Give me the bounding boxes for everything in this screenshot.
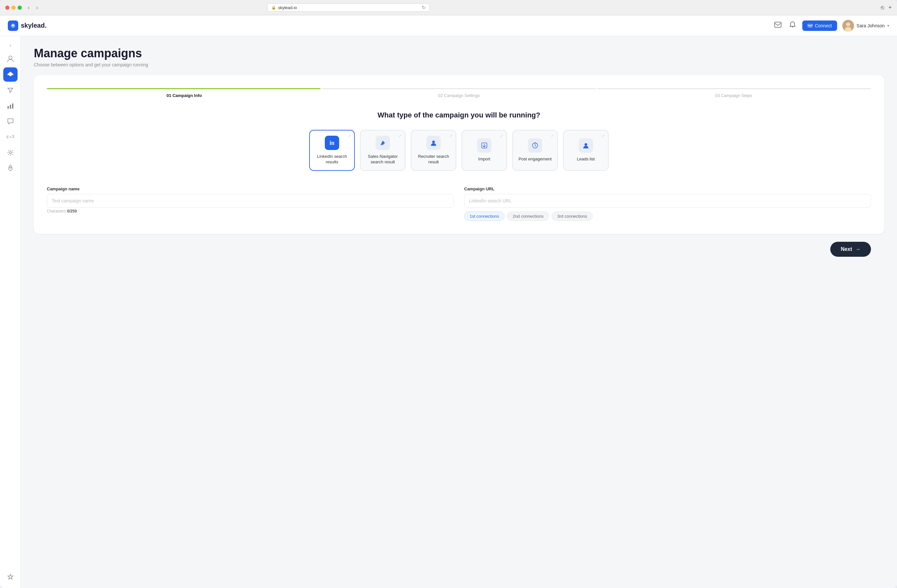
campaign-url-input[interactable] — [464, 194, 871, 208]
linkedin-icon: in — [325, 136, 339, 150]
logo: skylead. — [8, 20, 46, 31]
external-link-icon-5: ⤢ — [551, 134, 554, 138]
main-layout: › — [0, 36, 897, 588]
address-bar[interactable]: 🔒 skylead.io ↻ — [267, 3, 430, 12]
pill-3rd-connections[interactable]: 3rd connections — [552, 211, 593, 221]
leads-label: Leads list — [577, 156, 595, 162]
leads-icon — [579, 138, 593, 153]
topbar: skylead. Connect — [0, 15, 897, 36]
next-button[interactable]: Next → — [830, 242, 871, 257]
minimize-button[interactable] — [11, 6, 15, 10]
sidebar-item-analytics[interactable] — [3, 99, 18, 113]
campaign-card-sales-nav[interactable]: ⤢ Sales Navigator search result — [360, 130, 406, 171]
sidebar: › — [0, 36, 21, 588]
campaign-url-group: Campaign URL 1st connections 2nd connect… — [464, 187, 871, 221]
stepper: 01 Campaign Info 02 Campaign Settings 03… — [47, 88, 871, 98]
sidebar-toggle[interactable]: › — [7, 40, 14, 51]
page-title: Manage campaigns — [34, 46, 884, 60]
campaign-types: ⤢ in LinkedIn search results ⤢ — [47, 130, 871, 171]
svg-rect-9 — [10, 105, 11, 109]
main-card: 01 Campaign Info 02 Campaign Settings 03… — [34, 75, 884, 234]
mail-button[interactable] — [773, 20, 783, 31]
sidebar-item-link[interactable] — [3, 130, 18, 144]
campaign-question: What type of the campaign you will be ru… — [47, 111, 871, 119]
share-button[interactable]: ⎋ — [881, 4, 884, 11]
next-arrow-icon: → — [855, 247, 860, 252]
sales-nav-label: Sales Navigator search result — [364, 154, 401, 165]
next-btn-container: Next → — [34, 234, 884, 265]
campaign-name-group: Campaign name Characters 0/250 — [47, 187, 454, 221]
step-bar-1 — [47, 88, 321, 89]
user-profile[interactable]: Sara Johnson ▾ — [842, 20, 889, 32]
lock-icon: 🔒 — [271, 6, 276, 10]
pill-2nd-connections[interactable]: 2nd connections — [507, 211, 549, 221]
refresh-icon[interactable]: ↻ — [422, 5, 426, 10]
svg-rect-10 — [12, 104, 13, 109]
campaign-card-recruiter[interactable]: ⤢ Recruiter search result — [411, 130, 456, 171]
maximize-button[interactable] — [18, 6, 22, 10]
import-icon — [477, 138, 491, 153]
sidebar-item-campaigns[interactable] — [3, 67, 18, 82]
external-link-icon-6: ⤢ — [602, 134, 605, 138]
step-label-2[interactable]: 02 Campaign Settings — [321, 93, 596, 98]
svg-rect-1 — [775, 22, 781, 28]
logo-text: skylead. — [21, 22, 46, 29]
avatar — [842, 20, 854, 32]
recruiter-icon — [426, 136, 441, 150]
svg-rect-8 — [8, 106, 9, 109]
new-tab-button[interactable]: + — [888, 4, 892, 11]
step-bar-3 — [597, 88, 871, 89]
browser-actions: ⎋ + — [881, 4, 892, 11]
sidebar-item-filter[interactable] — [3, 83, 18, 97]
svg-point-4 — [846, 23, 850, 26]
svg-point-12 — [10, 167, 11, 168]
pill-1st-connections[interactable]: 1st connections — [464, 211, 505, 221]
step-label-1[interactable]: 01 Campaign Info — [47, 93, 321, 98]
browser-chrome: ‹ › 🔒 skylead.io ↻ ⎋ + — [0, 0, 897, 15]
sales-nav-icon — [376, 136, 390, 150]
svg-point-6 — [9, 56, 12, 59]
campaign-card-linkedin[interactable]: ⤢ in LinkedIn search results — [309, 130, 355, 171]
traffic-lights — [5, 6, 22, 10]
content-area: Manage campaigns Choose between options … — [21, 36, 897, 588]
import-label: Import — [478, 156, 490, 162]
svg-point-13 — [382, 142, 384, 144]
recruiter-label: Recruiter search result — [415, 154, 452, 165]
step-bar-2 — [322, 88, 595, 89]
form-section: Campaign name Characters 0/250 Campaign … — [47, 187, 871, 221]
external-link-icon-2: ⤢ — [399, 134, 402, 138]
sidebar-item-chat[interactable] — [3, 114, 18, 129]
campaign-card-import[interactable]: ⤢ Import — [462, 130, 507, 171]
connect-button[interactable]: Connect — [802, 20, 837, 31]
campaign-url-label: Campaign URL — [464, 187, 871, 191]
sidebar-item-settings[interactable] — [3, 145, 18, 160]
step-label-3[interactable]: 03 Campaign Steps — [596, 93, 871, 98]
forward-button[interactable]: › — [34, 3, 40, 12]
linkedin-label: LinkedIn search results — [314, 154, 350, 165]
svg-point-14 — [432, 141, 435, 143]
connect-label: Connect — [815, 23, 831, 28]
bell-button[interactable] — [788, 20, 797, 31]
post-engagement-label: Post engagement — [519, 156, 552, 162]
chevron-down-icon: ▾ — [887, 23, 889, 28]
stepper-labels: 01 Campaign Info 02 Campaign Settings 03… — [47, 93, 871, 98]
sidebar-item-star[interactable] — [3, 570, 18, 584]
external-link-icon-3: ⤢ — [450, 134, 452, 138]
campaign-name-input[interactable] — [47, 194, 454, 208]
page-header: Manage campaigns Choose between options … — [34, 46, 884, 67]
external-link-icon: ⤢ — [348, 134, 351, 138]
sidebar-item-rocket[interactable] — [3, 161, 18, 175]
sidebar-item-user[interactable] — [3, 52, 18, 66]
svg-rect-2 — [808, 24, 813, 28]
campaign-card-post-engagement[interactable]: ⤢ Post engagement — [512, 130, 558, 171]
page-subtitle: Choose between options and get your camp… — [34, 62, 884, 67]
back-button[interactable]: ‹ — [26, 3, 32, 12]
campaign-card-leads[interactable]: ⤢ Leads list — [563, 130, 609, 171]
username: Sara Johnson — [857, 23, 885, 28]
next-label: Next — [841, 247, 852, 252]
post-engagement-icon — [528, 138, 542, 153]
browser-nav: ‹ › — [26, 3, 40, 12]
close-button[interactable] — [5, 6, 9, 10]
svg-point-17 — [585, 143, 587, 146]
url-text: skylead.io — [278, 5, 297, 10]
